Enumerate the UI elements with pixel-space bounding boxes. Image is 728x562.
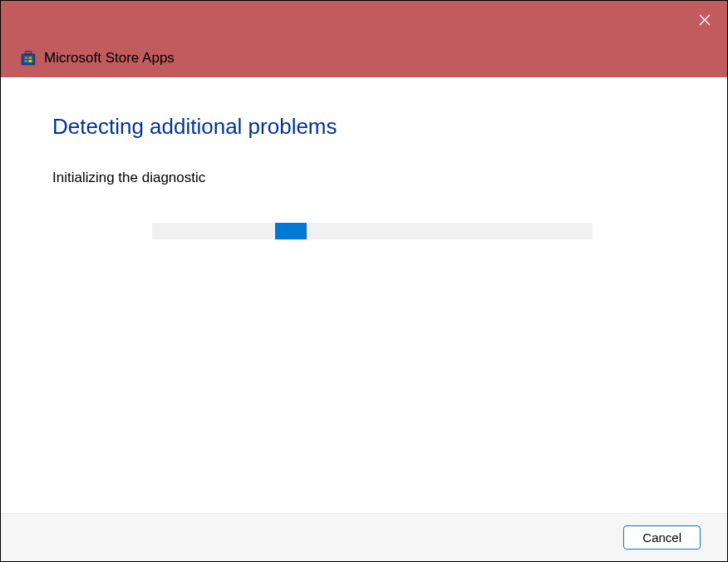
page-heading: Detecting additional problems [52,114,676,140]
svg-rect-3 [25,52,32,54]
progress-indicator [275,223,307,239]
svg-rect-7 [29,60,32,62]
svg-rect-4 [25,57,28,59]
titlebar-title-row: Microsoft Store Apps [1,39,727,77]
cancel-button[interactable]: Cancel [623,525,701,550]
close-icon [699,14,711,26]
content-area: Detecting additional problems Initializi… [1,77,727,513]
svg-rect-6 [25,60,28,62]
status-text: Initializing the diagnostic [52,170,676,186]
svg-rect-2 [22,54,35,65]
titlebar: Microsoft Store Apps [1,1,727,77]
progress-bar [152,223,593,239]
troubleshooter-window: Microsoft Store Apps Detecting additiona… [0,0,728,562]
titlebar-controls [1,1,727,39]
footer: Cancel [1,513,727,561]
microsoft-store-icon [21,51,36,66]
svg-rect-5 [29,57,32,59]
window-title: Microsoft Store Apps [44,50,175,67]
close-button[interactable] [686,4,724,36]
